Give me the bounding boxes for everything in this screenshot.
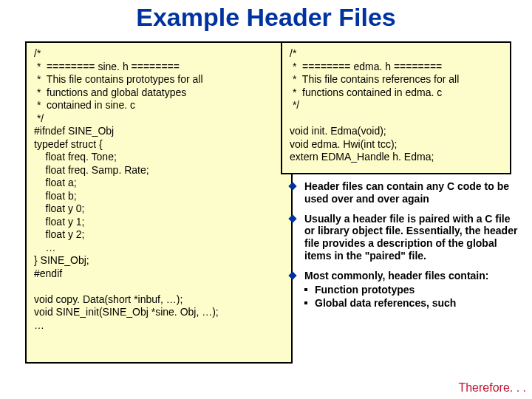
diamond-icon <box>288 182 296 190</box>
bullet-item: Usually a header file is paired with a C… <box>290 213 520 262</box>
dot-icon <box>304 288 307 291</box>
sub-bullet-text: Function prototypes <box>315 284 415 296</box>
therefore-note: Therefore. . . <box>458 381 526 395</box>
slide: Example Header Files /* * ======== sine.… <box>0 0 532 399</box>
bullet-text: Usually a header file is paired with a C… <box>304 213 517 262</box>
bullet-item: Header files can contain any C code to b… <box>290 180 520 205</box>
diamond-icon <box>288 214 296 222</box>
bullet-text: Most commonly, header files contain: <box>304 270 488 282</box>
code-box-sine: /* * ======== sine. h ======== * This fi… <box>25 41 293 364</box>
bullet-item: Most commonly, header files contain: Fun… <box>290 270 520 310</box>
slide-title: Example Header Files <box>0 3 532 32</box>
code-box-edma: /* * ======== edma. h ======== * This fi… <box>281 41 511 174</box>
bullet-text: Header files can contain any C code to b… <box>304 180 509 205</box>
sub-bullet-item: Global data references, such <box>304 297 520 310</box>
bullet-list: Header files can contain any C code to b… <box>290 180 520 317</box>
dot-icon <box>304 301 307 304</box>
sub-bullet-text: Global data references, such <box>315 297 456 309</box>
sub-bullet-item: Function prototypes <box>304 284 520 296</box>
diamond-icon <box>288 271 296 279</box>
